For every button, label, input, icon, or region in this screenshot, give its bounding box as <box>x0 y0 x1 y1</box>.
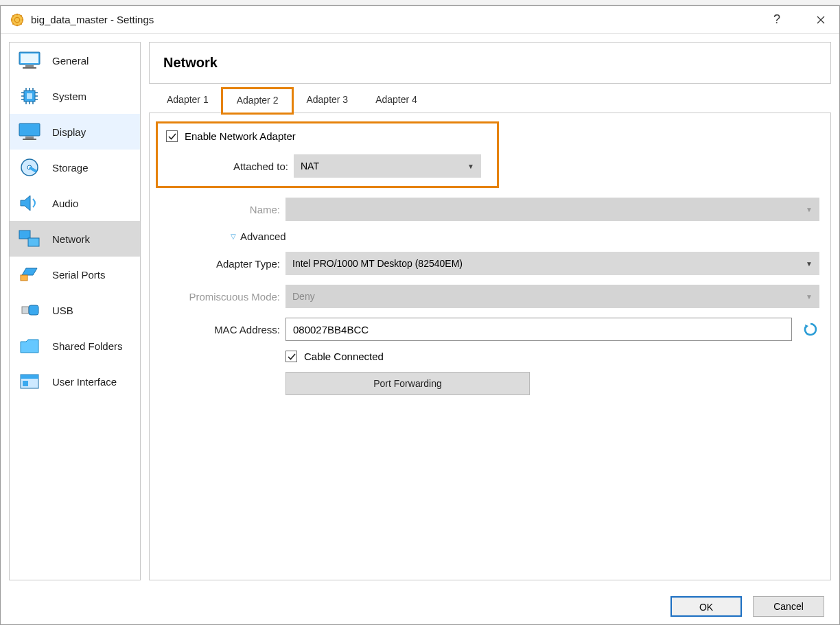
svg-rect-31 <box>25 137 34 139</box>
cable-connected-label: Cable Connected <box>304 351 384 362</box>
display-icon <box>18 122 41 141</box>
port-forwarding-button[interactable]: Port Forwarding <box>285 372 530 395</box>
settings-dialog: big_data_master - Settings ? General Sys… <box>0 5 840 625</box>
context-help-button[interactable]: ? <box>761 6 793 34</box>
svg-rect-36 <box>19 231 30 239</box>
titlebar: big_data_master - Settings ? <box>1 6 839 34</box>
adapter-type-value: Intel PRO/1000 MT Desktop (82540EM) <box>292 258 463 269</box>
svg-rect-44 <box>23 381 28 386</box>
svg-rect-30 <box>19 123 40 136</box>
check-icon <box>288 353 296 361</box>
close-button[interactable] <box>805 6 837 34</box>
app-icon <box>10 13 24 27</box>
sidebar-item-serial-ports[interactable]: Serial Ports <box>10 257 140 292</box>
attached-to-value: NAT <box>301 161 319 172</box>
parent-menubar-ghost <box>0 0 840 5</box>
name-label: Name: <box>158 204 285 215</box>
tab-adapter-4[interactable]: Adapter 4 <box>362 89 431 113</box>
sidebar-item-label: Network <box>52 233 90 245</box>
chevron-down-icon: ▼ <box>806 293 813 300</box>
serial-port-icon <box>18 265 41 284</box>
triangle-down-icon: ▽ <box>231 233 236 240</box>
settings-sidebar: General System Display Storage Audio <box>9 42 141 580</box>
sidebar-item-storage[interactable]: Storage <box>10 150 140 185</box>
adapter-type-select[interactable]: Intel PRO/1000 MT Desktop (82540EM) ▼ <box>285 252 819 275</box>
window-title: big_data_master - Settings <box>31 14 761 25</box>
folder-icon <box>18 336 41 355</box>
svg-marker-35 <box>21 196 30 211</box>
svg-rect-17 <box>27 93 32 99</box>
sidebar-item-shared-folders[interactable]: Shared Folders <box>10 328 140 364</box>
svg-rect-43 <box>21 375 38 379</box>
chevron-down-icon: ▼ <box>806 260 813 268</box>
promiscuous-mode-value: Deny <box>292 291 315 302</box>
svg-marker-38 <box>22 268 37 275</box>
sidebar-item-system[interactable]: System <box>10 78 140 114</box>
advanced-label: Advanced <box>240 231 286 242</box>
sidebar-item-label: General <box>52 55 89 67</box>
sidebar-item-label: USB <box>52 305 73 316</box>
svg-rect-13 <box>21 54 38 63</box>
svg-rect-32 <box>23 139 36 140</box>
svg-rect-37 <box>28 238 39 246</box>
ui-icon <box>18 372 41 391</box>
svg-rect-39 <box>21 275 27 281</box>
main-heading-box: Network <box>149 42 831 84</box>
ok-button[interactable]: OK <box>670 596 742 617</box>
adapter-tabs: Adapter 1 Adapter 2 Adapter 3 Adapter 4 <box>149 88 831 113</box>
chevron-down-icon: ▼ <box>467 163 474 170</box>
check-icon <box>168 132 176 141</box>
sidebar-item-network[interactable]: Network <box>10 221 140 257</box>
mac-address-label: MAC Address: <box>158 324 285 335</box>
network-icon <box>18 229 41 248</box>
regenerate-mac-button[interactable] <box>802 320 819 338</box>
highlighted-region: Enable Network Adapter Attached to: NAT … <box>156 121 499 188</box>
chevron-down-icon: ▼ <box>806 206 813 213</box>
sidebar-item-label: Storage <box>52 162 89 174</box>
mac-address-input[interactable] <box>285 318 792 341</box>
tab-adapter-2[interactable]: Adapter 2 <box>222 89 293 113</box>
tab-adapter-3[interactable]: Adapter 3 <box>292 89 362 113</box>
speaker-icon <box>18 193 41 213</box>
attached-to-label: Attached to: <box>166 161 294 172</box>
svg-rect-40 <box>22 307 29 314</box>
attached-to-select[interactable]: NAT ▼ <box>294 154 481 178</box>
adapter-content: Enable Network Adapter Attached to: NAT … <box>149 113 831 580</box>
usb-icon <box>18 300 41 320</box>
sidebar-item-label: Display <box>52 126 86 138</box>
svg-rect-14 <box>25 65 34 67</box>
sidebar-item-usb[interactable]: USB <box>10 292 140 328</box>
advanced-toggle[interactable]: ▽ Advanced <box>231 231 819 242</box>
name-select[interactable]: ▼ <box>285 198 819 221</box>
dialog-footer: OK Cancel <box>1 589 839 624</box>
monitor-icon <box>18 51 41 70</box>
promiscuous-mode-select[interactable]: Deny ▼ <box>285 285 819 308</box>
sidebar-item-label: System <box>52 91 86 102</box>
disk-icon <box>18 158 41 177</box>
svg-rect-15 <box>23 67 36 69</box>
enable-network-adapter-checkbox[interactable] <box>166 130 178 142</box>
sidebar-item-label: Audio <box>52 198 78 209</box>
tab-adapter-1[interactable]: Adapter 1 <box>153 89 222 113</box>
cable-connected-checkbox[interactable] <box>285 351 297 362</box>
close-icon <box>817 16 825 24</box>
sidebar-item-general[interactable]: General <box>10 43 140 78</box>
sidebar-item-label: Serial Ports <box>52 269 106 281</box>
main-panel: Network Adapter 1 Adapter 2 Adapter 3 Ad… <box>149 42 831 580</box>
adapter-type-label: Adapter Type: <box>158 258 285 270</box>
refresh-icon <box>803 322 818 337</box>
sidebar-item-label: User Interface <box>52 376 117 388</box>
enable-network-adapter-label: Enable Network Adapter <box>185 130 296 142</box>
cancel-button[interactable]: Cancel <box>753 596 824 617</box>
svg-rect-41 <box>29 305 38 315</box>
chip-icon <box>18 86 41 106</box>
sidebar-item-label: Shared Folders <box>52 340 123 352</box>
sidebar-item-display[interactable]: Display <box>10 114 140 150</box>
sidebar-item-audio[interactable]: Audio <box>10 185 140 221</box>
sidebar-item-user-interface[interactable]: User Interface <box>10 364 140 399</box>
promiscuous-mode-label: Promiscuous Mode: <box>158 291 285 303</box>
page-title: Network <box>163 55 817 71</box>
